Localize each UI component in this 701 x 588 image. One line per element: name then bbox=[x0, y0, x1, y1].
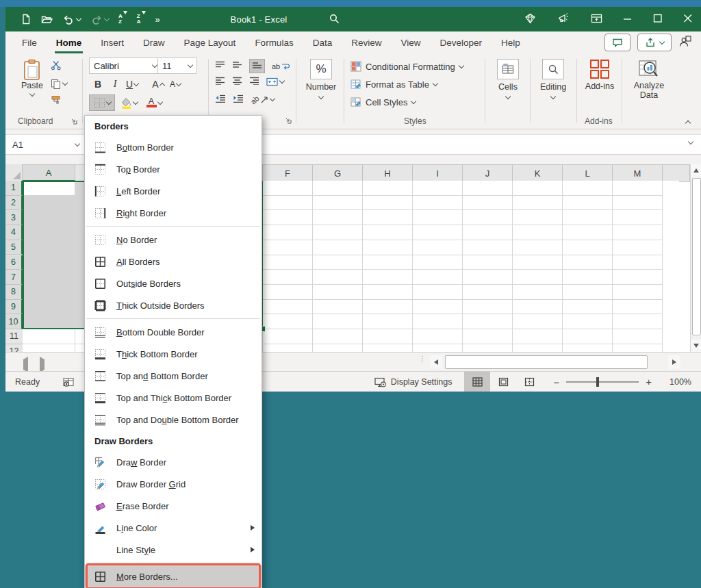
scroll-left-button[interactable] bbox=[430, 355, 442, 369]
editing-group-button[interactable]: Editing bbox=[534, 59, 572, 99]
clipboard-dialog-launcher-icon[interactable] bbox=[71, 118, 77, 125]
search-icon[interactable] bbox=[329, 13, 340, 27]
menu-item-left-border[interactable]: Left Border bbox=[85, 180, 262, 202]
normal-view-button[interactable] bbox=[464, 372, 490, 392]
menu-item-top-and-bottom-border[interactable]: Top and Bottom Border bbox=[85, 365, 262, 387]
menu-item-top-and-thick-bottom-border[interactable]: Top and Thick Bottom Border bbox=[85, 387, 262, 409]
row-header-5[interactable]: 5 bbox=[5, 240, 23, 255]
scroll-right-button[interactable] bbox=[668, 355, 680, 369]
page-break-preview-button[interactable] bbox=[516, 372, 542, 392]
cell-styles-button[interactable]: Cell Styles bbox=[350, 93, 463, 111]
menu-item-bottom-double-border[interactable]: Bottom Double Border bbox=[85, 321, 262, 343]
undo-button[interactable] bbox=[62, 14, 81, 25]
column-header-I[interactable]: I bbox=[413, 165, 463, 181]
borders-dropdown-icon[interactable] bbox=[105, 99, 111, 104]
increase-font-size-button[interactable]: A bbox=[151, 77, 166, 92]
decrease-indent-button[interactable] bbox=[215, 94, 226, 105]
row-header-12[interactable]: 12 bbox=[5, 344, 23, 352]
sort-descending-icon[interactable]: ZA bbox=[137, 14, 146, 25]
tab-formulas[interactable]: Formulas bbox=[245, 31, 303, 53]
format-painter-button[interactable] bbox=[51, 95, 67, 107]
conditional-formatting-button[interactable]: Conditional Formatting bbox=[350, 57, 463, 75]
comments-button[interactable] bbox=[604, 34, 630, 51]
menu-item-no-border[interactable]: No Border bbox=[85, 229, 262, 251]
top-align-button[interactable] bbox=[215, 61, 225, 71]
display-settings-button[interactable]: Display Settings bbox=[374, 377, 453, 387]
name-box[interactable]: A1 bbox=[5, 135, 87, 154]
maximize-button[interactable] bbox=[653, 14, 663, 25]
people-icon[interactable] bbox=[678, 36, 691, 49]
format-as-table-button[interactable]: Format as Table bbox=[350, 75, 463, 93]
premium-diamond-icon[interactable] bbox=[524, 13, 537, 26]
fill-color-button[interactable] bbox=[117, 95, 140, 110]
menu-item-outside-borders[interactable]: Outside Borders bbox=[85, 272, 262, 294]
vertical-scroll-thumb[interactable] bbox=[692, 178, 701, 335]
menu-item-thick-bottom-border[interactable]: Thick Bottom Border bbox=[85, 343, 262, 365]
zoom-slider[interactable] bbox=[566, 381, 639, 383]
row-header-4[interactable]: 4 bbox=[5, 225, 23, 240]
coming-soon-megaphone-icon[interactable] bbox=[557, 12, 570, 26]
row-header-3[interactable]: 3 bbox=[5, 210, 23, 225]
bold-button[interactable]: B bbox=[90, 77, 105, 92]
column-header-A[interactable]: A bbox=[23, 165, 75, 181]
menu-item-top-and-double-bottom-border[interactable]: Top and Double Bottom Border bbox=[85, 409, 262, 431]
vertical-scrollbar[interactable] bbox=[690, 164, 701, 352]
scrollbar-resize-handle[interactable]: ⋮ bbox=[419, 357, 426, 360]
copy-dropdown-icon[interactable] bbox=[62, 80, 68, 86]
select-all-corner[interactable] bbox=[5, 164, 23, 181]
column-header-H[interactable]: H bbox=[363, 165, 413, 181]
scroll-up-button[interactable] bbox=[691, 164, 701, 177]
menu-item-line-color[interactable]: Line Color bbox=[85, 517, 262, 539]
merge-center-button[interactable] bbox=[266, 77, 284, 86]
zoom-in-button[interactable]: + bbox=[646, 377, 652, 387]
next-sheet-button[interactable] bbox=[40, 359, 44, 370]
orientation-button[interactable]: ab bbox=[251, 96, 275, 104]
paste-dropdown-icon[interactable] bbox=[29, 91, 35, 97]
tab-page-layout[interactable]: Page Layout bbox=[175, 31, 246, 53]
underline-button[interactable]: U bbox=[125, 77, 140, 92]
scroll-down-button[interactable] bbox=[691, 340, 701, 352]
align-left-button[interactable] bbox=[215, 77, 225, 87]
zoom-level-button[interactable]: 100% bbox=[660, 377, 691, 387]
menu-item-more-borders[interactable]: More Borders... bbox=[85, 565, 262, 587]
tab-insert[interactable]: Insert bbox=[91, 31, 133, 53]
align-right-button[interactable] bbox=[249, 77, 259, 87]
font-color-button[interactable]: A bbox=[142, 95, 166, 110]
column-header-M[interactable]: M bbox=[613, 165, 663, 181]
cells-group-button[interactable]: Cells bbox=[490, 59, 526, 99]
tab-data[interactable]: Data bbox=[303, 31, 342, 53]
menu-item-bottom-border[interactable]: Bottom Border bbox=[85, 136, 262, 158]
center-button[interactable] bbox=[232, 77, 242, 87]
column-header-G[interactable]: G bbox=[313, 165, 363, 181]
menu-item-thick-outside-borders[interactable]: Thick Outside Borders bbox=[85, 294, 262, 316]
tab-home[interactable]: Home bbox=[47, 31, 92, 53]
copy-button[interactable] bbox=[51, 79, 67, 89]
minimize-button[interactable] bbox=[623, 14, 633, 25]
previous-sheet-button[interactable] bbox=[23, 359, 28, 370]
menu-item-draw-border[interactable]: Draw Border bbox=[85, 451, 262, 473]
share-dropdown-icon[interactable] bbox=[659, 38, 665, 44]
tab-view[interactable]: View bbox=[391, 31, 430, 53]
horizontal-scroll-thumb[interactable] bbox=[445, 355, 648, 369]
paste-button[interactable]: Paste bbox=[16, 59, 48, 96]
quick-access-overflow-button[interactable]: » bbox=[155, 14, 160, 25]
zoom-slider-handle[interactable] bbox=[596, 377, 599, 387]
number-format-group-button[interactable]: % Number bbox=[301, 59, 341, 99]
new-file-icon[interactable] bbox=[21, 14, 31, 25]
font-size-select[interactable]: 11 bbox=[157, 57, 197, 74]
menu-item-line-style[interactable]: Line Style bbox=[85, 539, 262, 561]
row-header-1[interactable]: 1 bbox=[5, 181, 23, 196]
row-header-6[interactable]: 6 bbox=[5, 255, 23, 270]
column-header-F[interactable]: F bbox=[263, 165, 313, 181]
font-family-select[interactable]: Calibri bbox=[89, 57, 162, 74]
sort-ascending-icon[interactable]: AZ bbox=[118, 14, 127, 25]
menu-item-draw-border-grid[interactable]: Draw Border Grid bbox=[85, 473, 262, 495]
open-file-icon[interactable] bbox=[41, 14, 53, 25]
ribbon-display-options-icon[interactable] bbox=[591, 13, 602, 26]
row-header-8[interactable]: 8 bbox=[5, 285, 23, 300]
row-header-10[interactable]: 10 bbox=[5, 314, 23, 329]
bottom-align-button[interactable] bbox=[249, 59, 265, 73]
row-header-11[interactable]: 11 bbox=[5, 329, 23, 344]
page-layout-view-button[interactable] bbox=[490, 372, 516, 392]
increase-indent-button[interactable] bbox=[233, 94, 244, 105]
